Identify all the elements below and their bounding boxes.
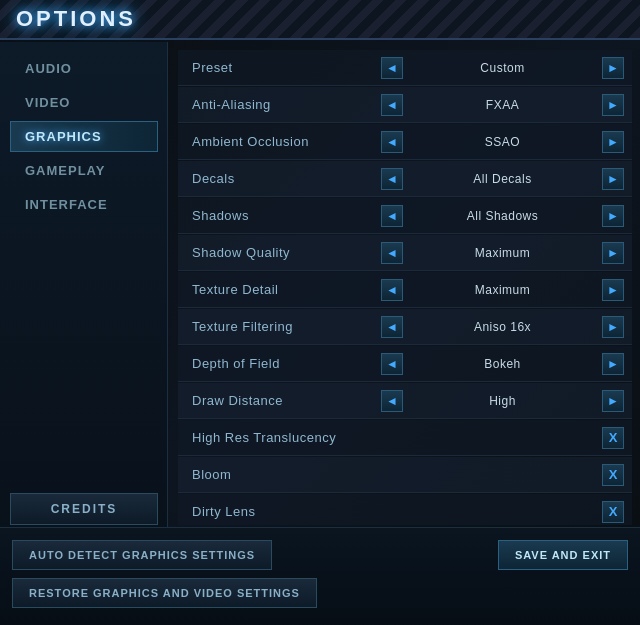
setting-label-depth-of-field: Depth of Field [178, 356, 373, 371]
setting-label-draw-distance: Draw Distance [178, 393, 373, 408]
setting-value-draw-distance: High [403, 394, 602, 408]
setting-control-draw-distance: ◄High► [373, 390, 632, 412]
arrow-left-shadows[interactable]: ◄ [381, 205, 403, 227]
setting-label-dirty-lens: Dirty Lens [178, 504, 373, 519]
arrow-right-decals[interactable]: ► [602, 168, 624, 190]
arrow-right-anti-aliasing[interactable]: ► [602, 94, 624, 116]
setting-control-anti-aliasing: ◄FXAA► [373, 94, 632, 116]
arrow-left-decals[interactable]: ◄ [381, 168, 403, 190]
setting-value-texture-detail: Maximum [403, 283, 602, 297]
arrow-left-texture-filtering[interactable]: ◄ [381, 316, 403, 338]
setting-label-anti-aliasing: Anti-Aliasing [178, 97, 373, 112]
setting-label-preset: Preset [178, 60, 373, 75]
save-exit-button[interactable]: SAVE AND EXIT [498, 540, 628, 570]
setting-label-bloom: Bloom [178, 467, 373, 482]
setting-control-depth-of-field: ◄Bokeh► [373, 353, 632, 375]
arrow-left-ambient-occlusion[interactable]: ◄ [381, 131, 403, 153]
setting-value-ambient-occlusion: SSAO [403, 135, 602, 149]
arrow-left-preset[interactable]: ◄ [381, 57, 403, 79]
arrow-right-preset[interactable]: ► [602, 57, 624, 79]
bottom-bar: AUTO DETECT GRAPHICS SETTINGS SAVE AND E… [0, 527, 640, 625]
arrow-right-shadow-quality[interactable]: ► [602, 242, 624, 264]
setting-label-shadows: Shadows [178, 208, 373, 223]
setting-row-texture-filtering: Texture Filtering◄Aniso 16x► [178, 309, 632, 345]
setting-row-bloom: BloomX [178, 457, 632, 493]
sidebar-item-interface[interactable]: INTERFACE [10, 189, 158, 220]
arrow-right-ambient-occlusion[interactable]: ► [602, 131, 624, 153]
setting-row-shadow-quality: Shadow Quality◄Maximum► [178, 235, 632, 271]
arrow-left-anti-aliasing[interactable]: ◄ [381, 94, 403, 116]
setting-label-decals: Decals [178, 171, 373, 186]
setting-label-ambient-occlusion: Ambient Occlusion [178, 134, 373, 149]
setting-value-preset: Custom [403, 61, 602, 75]
setting-row-anti-aliasing: Anti-Aliasing◄FXAA► [178, 87, 632, 123]
setting-row-preset: Preset◄Custom► [178, 50, 632, 86]
main-content: Preset◄Custom►Anti-Aliasing◄FXAA►Ambient… [170, 42, 640, 525]
checkbox-bloom[interactable]: X [602, 464, 624, 486]
arrow-left-depth-of-field[interactable]: ◄ [381, 353, 403, 375]
setting-value-decals: All Decals [403, 172, 602, 186]
setting-row-draw-distance: Draw Distance◄High► [178, 383, 632, 419]
auto-detect-button[interactable]: AUTO DETECT GRAPHICS SETTINGS [12, 540, 272, 570]
sidebar-item-video[interactable]: VIDEO [10, 87, 158, 118]
setting-row-ambient-occlusion: Ambient Occlusion◄SSAO► [178, 124, 632, 160]
page-title: OPTIONS [16, 6, 136, 32]
arrow-right-texture-detail[interactable]: ► [602, 279, 624, 301]
arrow-left-texture-detail[interactable]: ◄ [381, 279, 403, 301]
setting-label-shadow-quality: Shadow Quality [178, 245, 373, 260]
credits-area: CREDITS [10, 493, 158, 525]
setting-row-dirty-lens: Dirty LensX [178, 494, 632, 525]
setting-label-texture-filtering: Texture Filtering [178, 319, 373, 334]
setting-control-shadows: ◄All Shadows► [373, 205, 632, 227]
arrow-right-shadows[interactable]: ► [602, 205, 624, 227]
setting-control-shadow-quality: ◄Maximum► [373, 242, 632, 264]
arrow-left-shadow-quality[interactable]: ◄ [381, 242, 403, 264]
setting-label-high-res-translucency: High Res Translucency [178, 430, 373, 445]
settings-list: Preset◄Custom►Anti-Aliasing◄FXAA►Ambient… [178, 50, 632, 525]
sidebar-item-gameplay[interactable]: GAMEPLAY [10, 155, 158, 186]
setting-value-anti-aliasing: FXAA [403, 98, 602, 112]
checkbox-dirty-lens[interactable]: X [602, 501, 624, 523]
checkbox-high-res-translucency[interactable]: X [602, 427, 624, 449]
setting-row-depth-of-field: Depth of Field◄Bokeh► [178, 346, 632, 382]
setting-value-shadows: All Shadows [403, 209, 602, 223]
setting-value-shadow-quality: Maximum [403, 246, 602, 260]
setting-control-ambient-occlusion: ◄SSAO► [373, 131, 632, 153]
setting-control-texture-filtering: ◄Aniso 16x► [373, 316, 632, 338]
arrow-left-draw-distance[interactable]: ◄ [381, 390, 403, 412]
arrow-right-draw-distance[interactable]: ► [602, 390, 624, 412]
setting-control-texture-detail: ◄Maximum► [373, 279, 632, 301]
arrow-right-texture-filtering[interactable]: ► [602, 316, 624, 338]
setting-row-decals: Decals◄All Decals► [178, 161, 632, 197]
setting-control-preset: ◄Custom► [373, 57, 632, 79]
restore-button[interactable]: RESTORE GRAPHICS AND VIDEO SETTINGS [12, 578, 317, 608]
sidebar-item-audio[interactable]: AUDIO [10, 53, 158, 84]
setting-value-texture-filtering: Aniso 16x [403, 320, 602, 334]
setting-row-shadows: Shadows◄All Shadows► [178, 198, 632, 234]
sidebar-item-graphics[interactable]: GRAPHICS [10, 121, 158, 152]
setting-value-depth-of-field: Bokeh [403, 357, 602, 371]
bottom-row-2: RESTORE GRAPHICS AND VIDEO SETTINGS [12, 578, 628, 608]
setting-label-texture-detail: Texture Detail [178, 282, 373, 297]
arrow-right-depth-of-field[interactable]: ► [602, 353, 624, 375]
setting-row-texture-detail: Texture Detail◄Maximum► [178, 272, 632, 308]
setting-row-high-res-translucency: High Res TranslucencyX [178, 420, 632, 456]
setting-control-decals: ◄All Decals► [373, 168, 632, 190]
credits-button[interactable]: CREDITS [10, 493, 158, 525]
bottom-row-1: AUTO DETECT GRAPHICS SETTINGS SAVE AND E… [12, 540, 628, 570]
